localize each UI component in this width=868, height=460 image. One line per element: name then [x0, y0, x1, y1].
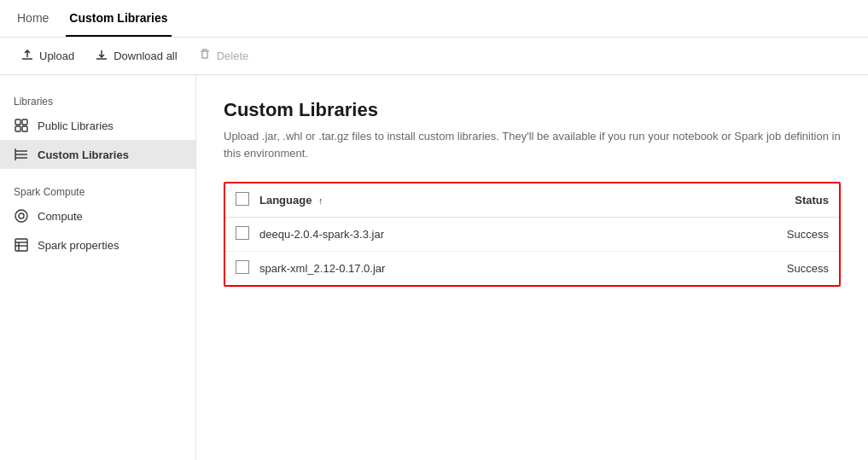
svg-point-9 [19, 213, 24, 218]
libraries-table: Language ↑ Status deequ-2.0.4-spark-3.3.… [224, 182, 841, 287]
col-status-header: Status [743, 194, 829, 207]
svg-point-8 [15, 210, 27, 222]
library-name: spark-xml_2.12-0.17.0.jar [259, 262, 743, 275]
compute-icon [14, 208, 29, 224]
sidebar-item-public-libraries[interactable]: Public Libraries [0, 111, 195, 140]
svg-rect-1 [22, 119, 27, 125]
content-area: Custom Libraries Upload .jar, .whl or .t… [196, 75, 868, 460]
col-language-header: Language ↑ [259, 194, 743, 207]
select-all-checkbox[interactable] [236, 192, 249, 206]
library-name: deequ-2.0.4-spark-3.3.jar [259, 228, 743, 241]
library-status: Success [743, 228, 829, 241]
table-header: Language ↑ Status [225, 183, 839, 218]
page-description: Upload .jar, .whl or .tar.gz files to in… [224, 128, 841, 161]
library-status: Success [743, 262, 829, 275]
upload-button[interactable]: Upload [14, 44, 81, 67]
top-navigation: Home Custom Libraries [0, 0, 868, 38]
sidebar: Libraries Public Libraries [0, 75, 196, 460]
header-checkbox-col [236, 192, 259, 208]
svg-rect-2 [15, 126, 20, 131]
sort-arrow-icon: ↑ [318, 195, 323, 206]
compute-label: Compute [38, 210, 83, 223]
delete-icon [198, 48, 212, 64]
nav-custom-libraries[interactable]: Custom Libraries [66, 1, 171, 37]
sidebar-item-compute[interactable]: Compute [0, 201, 195, 230]
main-layout: Libraries Public Libraries [0, 75, 868, 460]
nav-home[interactable]: Home [14, 1, 52, 37]
svg-rect-10 [15, 239, 27, 251]
sidebar-item-spark-properties[interactable]: Spark properties [0, 230, 195, 259]
delete-button[interactable]: Delete [191, 44, 256, 67]
custom-libraries-label: Custom Libraries [38, 148, 129, 161]
spark-properties-label: Spark properties [38, 239, 119, 252]
svg-rect-3 [22, 126, 27, 131]
spark-compute-section-label: Spark Compute [0, 179, 195, 201]
row-checkbox-col [236, 226, 259, 242]
upload-icon [20, 48, 34, 64]
toolbar: Upload Download all Delete [0, 38, 868, 75]
download-all-button[interactable]: Download all [88, 44, 184, 67]
sidebar-item-custom-libraries[interactable]: Custom Libraries [0, 140, 195, 169]
svg-rect-0 [15, 119, 20, 125]
page-title: Custom Libraries [224, 99, 841, 121]
table-row: deequ-2.0.4-spark-3.3.jar Success [225, 218, 839, 252]
download-icon [95, 48, 108, 64]
table-row: spark-xml_2.12-0.17.0.jar Success [225, 252, 839, 285]
row-checkbox[interactable] [236, 226, 249, 240]
custom-libraries-icon [14, 147, 29, 162]
row-checkbox[interactable] [236, 260, 249, 274]
spark-properties-icon [14, 237, 29, 253]
libraries-section-label: Libraries [0, 89, 195, 111]
public-libraries-icon [14, 118, 29, 133]
table-body: deequ-2.0.4-spark-3.3.jar Success spark-… [225, 218, 839, 285]
row-checkbox-col [236, 260, 259, 277]
public-libraries-label: Public Libraries [38, 119, 114, 132]
